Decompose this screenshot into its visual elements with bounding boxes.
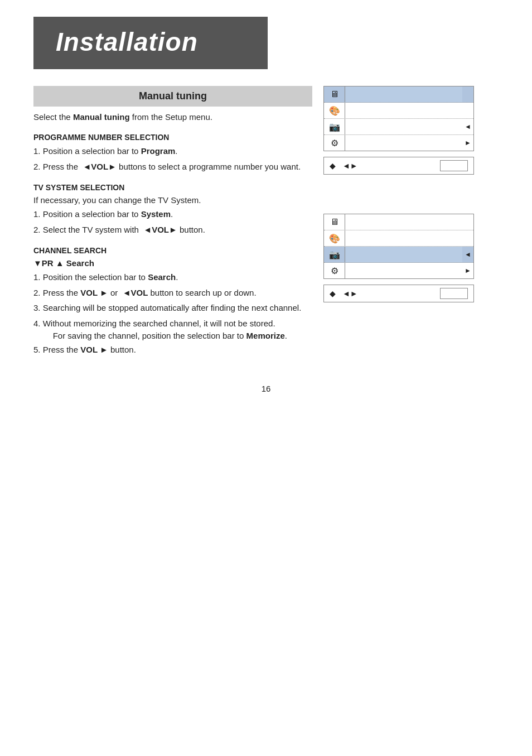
arrow-b1	[462, 214, 473, 230]
icon-program: 🖥	[324, 86, 345, 102]
label-color	[345, 103, 462, 118]
nav-box-top	[440, 160, 468, 171]
left-column: Manual tuning Select the Manual tuning f…	[33, 86, 312, 362]
icon-setup-b: ⚙	[324, 263, 345, 278]
nav-down-bottom: ◆	[330, 289, 336, 298]
menu-box-top: 🖥 🎨 📷 ◄ ⚙	[323, 86, 474, 151]
step-1: 1. Position a selection bar to Program.	[33, 145, 312, 158]
header-banner: Installation	[33, 17, 268, 69]
tv-step-1: 1. Position a selection bar to System.	[33, 208, 312, 221]
content-area: Manual tuning Select the Manual tuning f…	[33, 86, 499, 362]
nav-lr-top: ◄►	[342, 161, 358, 170]
menu-row-b4: ⚙ ►	[324, 263, 473, 278]
channel-search-sub: ▼PR ▲ Search	[33, 258, 312, 268]
cs-step-5: 5. Press the VOL ► button.	[33, 344, 312, 357]
arrow-b3: ◄	[462, 247, 473, 262]
nav-lr-bottom: ◄►	[342, 289, 358, 298]
cs-step-4: 4. Without memorizing the searched chann…	[33, 317, 312, 343]
step-2: 2. Press the ◄VOL► buttons to select a p…	[33, 161, 312, 174]
diagram-top: 🖥 🎨 📷 ◄ ⚙	[323, 86, 491, 175]
channel-search-steps: 1. Position the selection bar to Search.…	[33, 271, 312, 356]
right-column: 🖥 🎨 📷 ◄ ⚙	[323, 86, 491, 362]
menu-row-b2: 🎨	[324, 230, 473, 247]
nav-box-bottom	[440, 288, 468, 299]
label-setup	[345, 135, 462, 151]
page-number: 16	[0, 384, 532, 393]
menu-row-3: 📷 ◄	[324, 119, 473, 135]
nav-down-top: ◆	[330, 161, 336, 170]
icon-picture-b: 📷	[324, 247, 345, 262]
programme-number-steps: 1. Position a selection bar to Program. …	[33, 145, 312, 173]
programme-number-heading: PROGRAMME NUMBER SELECTION	[33, 133, 312, 142]
label-color-b	[345, 230, 462, 246]
arrow-b2	[462, 230, 473, 246]
section-title: Manual tuning	[33, 86, 312, 107]
intro-text: Select the Manual tuning from the Setup …	[33, 112, 312, 122]
label-setup-b	[345, 263, 462, 278]
channel-search-heading: CHANNEL SEARCH	[33, 246, 312, 255]
menu-row-2: 🎨	[324, 103, 473, 119]
label-picture	[345, 119, 462, 134]
menu-row-b3: 📷 ◄	[324, 247, 473, 263]
tv-system-heading: TV SYSTEM SELECTION	[33, 183, 312, 192]
icon-color-b: 🎨	[324, 230, 345, 246]
menu-box-bottom: 🖥 🎨 📷 ◄ ⚙	[323, 214, 474, 279]
menu-row-b1: 🖥	[324, 214, 473, 230]
arrow-2	[462, 103, 473, 118]
tv-system-intro: If necessary, you can change the TV Syst…	[33, 195, 312, 205]
arrow-b4: ►	[462, 263, 473, 278]
label-picture-b	[345, 247, 462, 262]
tv-step-2: 2. Select the TV system with ◄VOL► butto…	[33, 224, 312, 237]
nav-bar-top: ◆ ◄►	[323, 157, 474, 175]
arrow-1	[462, 86, 473, 102]
arrow-4: ►	[462, 135, 473, 151]
icon-picture: 📷	[324, 119, 345, 134]
icon-color: 🎨	[324, 103, 345, 118]
nav-bar-bottom: ◆ ◄►	[323, 285, 474, 302]
menu-row-1: 🖥	[324, 86, 473, 103]
icon-setup: ⚙	[324, 135, 345, 151]
cs-step-2: 2. Press the VOL ► or ◄VOL button to sea…	[33, 287, 312, 300]
icon-program-b: 🖥	[324, 214, 345, 230]
page: Installation Manual tuning Select the Ma…	[0, 17, 532, 756]
label-program-b	[345, 214, 462, 230]
diagram-bottom: 🖥 🎨 📷 ◄ ⚙	[323, 214, 491, 302]
menu-row-4: ⚙ ►	[324, 135, 473, 151]
tv-system-steps: 1. Position a selection bar to System. 2…	[33, 208, 312, 236]
cs-step-3: 3. Searching will be stopped automatical…	[33, 302, 312, 315]
cs-step-1: 1. Position the selection bar to Search.	[33, 271, 312, 284]
page-title: Installation	[56, 27, 198, 56]
label-program	[345, 86, 462, 102]
arrow-3: ◄	[462, 119, 473, 134]
